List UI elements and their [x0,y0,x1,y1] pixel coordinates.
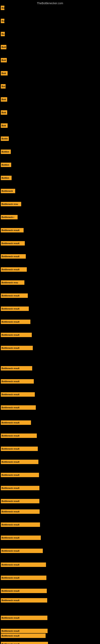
bar-item: Bottleneck resu [1,202,21,206]
bar-item: Bottleneck result [1,346,33,350]
bar-label: Bottleneck result [1,392,35,397]
bar-item: Bottleneck result [1,548,43,553]
bar-label: Bott [1,71,8,76]
bar-item: Bottleneck result [1,509,40,514]
bar-item: Bottleneck result [1,241,25,246]
bar-item: Bot [1,84,6,88]
bar-label: Bottleneck result [1,548,43,553]
bar-item: Bottleneck result [1,589,47,593]
bar-item: Bottleneck result [1,576,47,580]
bar-label: Bott [1,123,8,128]
bar-item: Bo [1,6,4,10]
bar-item: Bottleneck result [1,616,48,620]
bar-label: Bottleneck result [1,642,48,644]
bar-item: Bottlen [1,162,11,167]
bar-label: Bottleneck result [1,598,47,602]
bar-label: Bottleneck result [1,522,40,527]
bar-label: Bottleneck result [1,254,26,258]
bar-label: Bo [1,32,5,36]
bar-label: Bottleneck result [1,346,33,350]
bar-item: Bottleneck result [1,499,39,503]
bar-item: Bottleneck result [1,486,39,490]
bar-label: Bottleneck result [1,460,38,464]
bar-item: Bott [1,45,6,49]
bar-label: Bottlen [1,162,11,167]
bar-label: Bottleneck result [1,241,25,246]
bar-label: Bottleneck result [1,589,47,593]
bar-label: Bottleneck result [1,267,27,272]
bar-item: Bottleneck result [1,629,48,633]
bar-label: Bottleneck result [1,294,28,298]
bar-label: Bottleneck result [1,405,36,410]
bar-label: Bo [1,19,4,23]
bar-item: Bottleneck result [1,536,41,540]
bar-item: Bottleneck result [1,366,32,370]
bar-item: Bottleneck [1,189,15,193]
bar-label: Bottlen [1,150,11,154]
bar-label: Bottleneck result [1,320,30,324]
bar-label: Bottleneck result [1,306,29,311]
bar-item: Bottlen [1,176,12,180]
bar-label: Bott [1,97,7,102]
bar-label: Bottleneck [1,189,15,193]
bar-label: Bottleneck result [1,486,39,490]
bar-item: Bottleneck result [1,267,27,272]
bar-label: Bottleneck result [1,634,46,638]
bar-item: Bottleneck result [1,379,34,384]
bar-label: Bottlen [1,176,12,180]
bar-item: Bottleneck result [1,333,32,337]
bar-item: Bottleneck result [1,522,40,527]
bar-item: Bottleneck result [1,320,30,324]
bar-item: Bott [1,58,7,62]
bar-label: Bottleneck result [1,228,24,232]
bar-label: Bott [1,110,7,115]
bar-item: Bottleneck result [1,294,28,298]
bar-item: Bottleneck result [1,434,37,438]
bar-label: Bottleneck result [1,434,37,438]
bar-label: Bottleneck resu [1,202,21,206]
bar-item: Bo [1,32,5,36]
bar-label: Bottleneck result [1,499,39,503]
bar-item: Bottleneck result [1,254,26,258]
bar-item: Bottleneck result [1,562,46,567]
site-title: TheBottlenecker.com [0,0,100,6]
bar-item: Bottleneck r [1,215,18,219]
bar-label: Bottleneck result [1,616,48,620]
bar-label: Bottleneck result [1,333,32,337]
bar-item: Bott [1,110,7,115]
bar-item: Bottleneck result [1,420,31,425]
bar-label: Bottleneck result [1,562,46,567]
bar-item: Bottleneck result [1,642,48,644]
bar-item: Bottleneck result [1,228,24,232]
bar-item: Bottleneck result [1,405,36,410]
bar-item: Bott [1,97,7,102]
bar-label: Bott [1,58,7,62]
bar-label: Bottleneck result [1,366,32,370]
bar-label: Bottle [1,136,9,141]
bar-label: Bott [1,45,6,49]
bar-item: Bottleneck result [1,446,38,451]
bar-label: Bottleneck result [1,536,41,540]
bar-label: Bottleneck result [1,420,31,425]
bar-label: Bottleneck result [1,473,39,477]
bar-label: Bottleneck result [1,576,47,580]
bar-label: Bo [1,6,4,10]
bar-item: Bottleneck result [1,460,38,464]
bar-item: Bottle [1,136,9,141]
bar-item: Bottleneck result [1,473,39,477]
bar-item: Bottleneck result [1,392,35,397]
bar-label: Bot [1,84,6,88]
bar-label: Bottleneck result [1,446,38,451]
bar-item: Bottleneck resu [1,280,24,285]
bar-item: Bottleneck result [1,306,29,311]
bar-item: Bo [1,19,4,23]
bar-item: Bottlen [1,150,11,154]
bar-label: Bottleneck result [1,379,34,384]
bar-label: Bottleneck resu [1,280,24,285]
bar-label: Bottleneck result [1,629,48,633]
bar-label: Bottleneck result [1,509,40,514]
bar-item: Bottleneck result [1,634,46,638]
bar-item: Bottleneck result [1,598,47,602]
bar-label: Bottleneck r [1,215,18,219]
bar-item: Bott [1,123,8,128]
